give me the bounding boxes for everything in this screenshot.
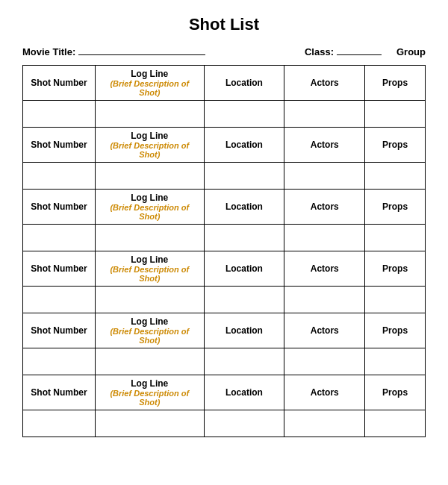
col-header-actors-6: Actors [284,375,365,410]
logline-sub-2: (Brief Description of Shot) [100,141,199,159]
shot-number-cell[interactable] [23,348,96,375]
shot-number-cell[interactable] [23,163,96,190]
shot-number-cell[interactable] [23,101,96,128]
table-row [23,410,426,437]
movie-title-input[interactable] [78,45,205,55]
table-row [23,225,426,251]
table-header-row-3: Shot Number Log Line (Brief Description … [23,190,426,225]
group-label: Group [396,46,426,57]
col-header-actors-2: Actors [284,128,365,163]
actors-cell[interactable] [284,287,365,313]
col-header-logline-5: Log Line (Brief Description of Shot) [96,313,205,348]
col-header-props-5: Props [365,313,426,348]
table-row [23,163,426,190]
location-cell[interactable] [204,101,284,128]
class-label: Class: [305,46,334,57]
logline-sub-5: (Brief Description of Shot) [100,327,199,345]
logline-title-2: Log Line [100,131,199,141]
logline-cell[interactable] [96,348,205,375]
table-row [23,348,426,375]
col-header-logline-6: Log Line (Brief Description of Shot) [96,375,205,410]
col-header-location-5: Location [204,313,284,348]
logline-title-6: Log Line [100,378,199,389]
movie-title-label: Movie Title: [22,46,75,57]
col-header-props: Props [365,66,426,101]
table-header-row-1: Shot Number Log Line (Brief Description … [23,66,426,101]
col-header-logline-2: Log Line (Brief Description of Shot) [96,128,205,163]
table-header-row-6: Shot Number Log Line (Brief Description … [23,375,426,410]
logline-title: Log Line [100,69,199,79]
col-header-props-4: Props [365,251,426,287]
shot-number-cell[interactable] [23,225,96,251]
col-header-location: Location [204,66,284,101]
logline-title-4: Log Line [100,254,199,265]
col-header-location-3: Location [204,190,284,225]
logline-sub-4: (Brief Description of Shot) [100,265,199,283]
logline-sub-6: (Brief Description of Shot) [100,389,199,407]
col-header-location-6: Location [204,375,284,410]
logline-title-3: Log Line [100,193,199,203]
col-header-shot: Shot Number [23,66,96,101]
location-cell[interactable] [204,163,284,190]
logline-sub-3: (Brief Description of Shot) [100,203,199,221]
table-header-row-5: Shot Number Log Line (Brief Description … [23,313,426,348]
location-cell[interactable] [204,225,284,251]
col-header-shot-5: Shot Number [23,313,96,348]
col-header-logline-3: Log Line (Brief Description of Shot) [96,190,205,225]
col-header-logline-4: Log Line (Brief Description of Shot) [96,251,205,287]
col-header-actors: Actors [284,66,365,101]
shot-list-table: Shot Number Log Line (Brief Description … [22,65,426,437]
props-cell[interactable] [365,163,426,190]
col-header-actors-3: Actors [284,190,365,225]
page-title: Shot List [22,15,426,34]
col-header-props-6: Props [365,375,426,410]
logline-cell[interactable] [96,225,205,251]
logline-cell[interactable] [96,287,205,313]
col-header-logline: Log Line (Brief Description of Shot) [96,66,205,101]
logline-cell[interactable] [96,410,205,437]
props-cell[interactable] [365,101,426,128]
actors-cell[interactable] [284,101,365,128]
actors-cell[interactable] [284,225,365,251]
col-header-shot-6: Shot Number [23,375,96,410]
shot-number-cell[interactable] [23,410,96,437]
class-input[interactable] [337,45,382,55]
col-header-shot-3: Shot Number [23,190,96,225]
actors-cell[interactable] [284,410,365,437]
col-header-location-4: Location [204,251,284,287]
logline-sub: (Brief Description of Shot) [100,79,199,97]
actors-cell[interactable] [284,163,365,190]
location-cell[interactable] [204,410,284,437]
col-header-shot-2: Shot Number [23,128,96,163]
col-header-actors-4: Actors [284,251,365,287]
table-row [23,287,426,313]
logline-cell[interactable] [96,163,205,190]
col-header-actors-5: Actors [284,313,365,348]
location-cell[interactable] [204,348,284,375]
table-header-row-4: Shot Number Log Line (Brief Description … [23,251,426,287]
props-cell[interactable] [365,287,426,313]
col-header-location-2: Location [204,128,284,163]
location-cell[interactable] [204,287,284,313]
col-header-props-3: Props [365,190,426,225]
actors-cell[interactable] [284,348,365,375]
table-header-row-2: Shot Number Log Line (Brief Description … [23,128,426,163]
logline-cell[interactable] [96,101,205,128]
col-header-shot-4: Shot Number [23,251,96,287]
logline-title-5: Log Line [100,316,199,327]
shot-number-cell[interactable] [23,287,96,313]
col-header-props-2: Props [365,128,426,163]
props-cell[interactable] [365,348,426,375]
table-row [23,101,426,128]
props-cell[interactable] [365,410,426,437]
props-cell[interactable] [365,225,426,251]
